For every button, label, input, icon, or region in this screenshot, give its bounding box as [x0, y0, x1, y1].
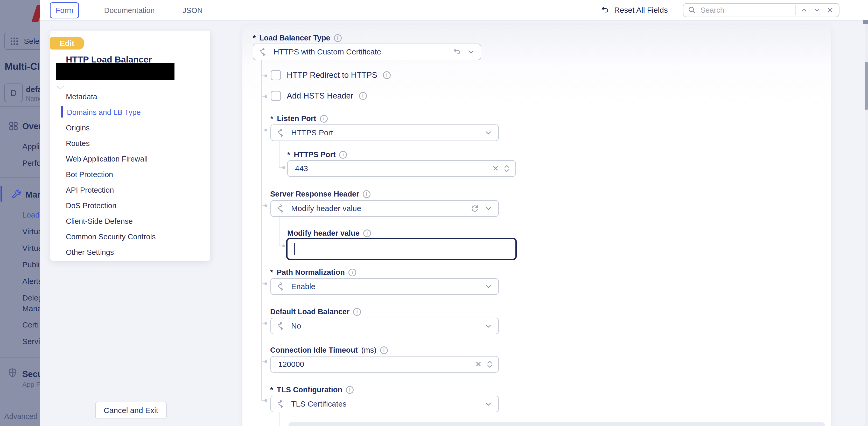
tree-connector-dot [282, 166, 285, 169]
search-input[interactable] [700, 6, 792, 15]
sidebar-item-delegated-line1[interactable]: Deleg [22, 294, 40, 302]
info-icon[interactable]: i [363, 190, 370, 198]
search-icon [687, 6, 696, 14]
connection-idle-timeout-input[interactable]: 120000 ✕ [270, 356, 499, 373]
listen-port-select[interactable]: HTTPS Port [270, 124, 499, 141]
sidebar-item-security-sub: App Fi [22, 381, 40, 389]
cancel-and-exit-button[interactable]: Cancel and Exit [95, 402, 167, 419]
number-stepper[interactable] [486, 360, 493, 368]
form-nav-api-protection[interactable]: API Protection [66, 186, 114, 194]
form-nav-bot-protection[interactable]: Bot Protection [66, 170, 113, 179]
path-normalization-label: * Path Normalization i [270, 268, 356, 277]
sidebar-item-security[interactable]: Secu [22, 369, 40, 379]
workspace-title: Multi-Cl [5, 61, 40, 72]
sidebar-item-performance[interactable]: Perfo [22, 159, 40, 168]
sidebar-item-manage[interactable]: Man [25, 190, 40, 200]
lb-type-select[interactable]: HTTPS with Custom Certificate [253, 43, 481, 60]
tab-form[interactable]: Form [50, 2, 79, 19]
divider [0, 395, 40, 395]
tree-connector-line [279, 216, 279, 246]
info-icon[interactable]: i [334, 34, 342, 42]
sidebar-item-service[interactable]: Servi [22, 337, 40, 346]
sidebar-item-delegated-line2[interactable]: Mana [22, 304, 40, 313]
chevron-up-icon[interactable] [800, 5, 809, 15]
scrollbar-thumb[interactable] [865, 62, 868, 110]
search-box [683, 3, 839, 17]
divider [0, 106, 40, 107]
tree-connector-line [261, 60, 262, 401]
info-icon[interactable]: i [346, 386, 353, 394]
info-icon[interactable]: i [353, 308, 361, 316]
sidebar-item-virtual-1[interactable]: Virtua [22, 227, 40, 236]
path-normalization-select[interactable]: Enable [270, 278, 499, 295]
info-icon[interactable]: i [320, 115, 328, 123]
sidebar-item-overview[interactable]: Over [22, 121, 40, 131]
default-lb-select[interactable]: No [270, 317, 499, 334]
tree-connector-dot [265, 95, 267, 98]
modify-header-value-input[interactable] [286, 238, 517, 260]
tab-documentation[interactable]: Documentation [79, 2, 180, 19]
sidebar-item-certificates[interactable]: Certi [22, 321, 39, 329]
chevron-down-icon [484, 322, 493, 330]
info-icon[interactable]: i [348, 269, 356, 276]
tree-connector-dot [265, 129, 267, 131]
divider [50, 86, 210, 86]
edit-mode-badge: Edit [50, 37, 84, 50]
info-icon[interactable]: i [359, 92, 367, 100]
active-section-bar [1, 186, 2, 202]
tls-configuration-select[interactable]: TLS Certificates [270, 396, 499, 412]
form-nav-waf[interactable]: Web Application Firewall [66, 155, 148, 163]
reset-label: Reset All Fields [614, 6, 668, 14]
https-port-input[interactable]: 443 ✕ [287, 160, 516, 177]
reset-all-fields-button[interactable]: Reset All Fields [601, 4, 668, 17]
refresh-icon[interactable] [470, 204, 479, 213]
required-star: * [270, 268, 273, 277]
advanced-nav-toggle[interactable]: Advanced na [4, 412, 40, 421]
tree-connector-line [279, 412, 279, 426]
server-response-header-select[interactable]: Modify header value [270, 200, 499, 217]
listen-port-value: HTTPS Port [291, 128, 479, 137]
info-icon[interactable]: i [380, 346, 388, 354]
form-nav-other-settings[interactable]: Other Settings [66, 248, 114, 257]
namespace-select-button[interactable]: Select [4, 33, 40, 50]
default-lb-label: Default Load Balancer i [270, 307, 361, 316]
form-nav-domains-lb-type[interactable]: Domains and LB Type [67, 108, 141, 117]
sidebar-item-applications[interactable]: Appli [22, 142, 40, 151]
branch-icon [277, 399, 286, 408]
chevron-down-icon [484, 282, 493, 291]
sidebar-item-virtual-2[interactable]: Virtua [22, 244, 40, 252]
form-nav-metadata[interactable]: Metadata [66, 93, 97, 101]
hsts-header-checkbox[interactable] [271, 91, 281, 101]
sidebar-item-load-balancers[interactable]: Load [22, 211, 40, 219]
sidebar-item-public[interactable]: Publi [22, 260, 40, 269]
http-redirect-checkbox[interactable] [271, 70, 281, 80]
chevron-down-icon[interactable] [812, 5, 822, 15]
number-stepper[interactable] [503, 164, 510, 173]
brand-logo-fragment [31, 5, 40, 22]
close-icon[interactable] [826, 5, 835, 15]
tab-json[interactable]: JSON [180, 2, 205, 19]
form-nav-client-side-defense[interactable]: Client-Side Defense [66, 217, 133, 225]
form-nav-origins[interactable]: Origins [66, 124, 90, 132]
lb-type-value: HTTPS with Custom Certificate [274, 48, 447, 56]
scrollbar-track[interactable] [865, 20, 868, 426]
form-nav-dos-protection[interactable]: DoS Protection [66, 202, 116, 210]
nav-active-indicator [61, 106, 63, 118]
path-normalization-value: Enable [291, 282, 479, 291]
tree-connector-dot [265, 322, 267, 325]
namespace-avatar[interactable]: D [4, 84, 23, 102]
clear-icon[interactable]: ✕ [492, 165, 499, 173]
info-icon[interactable]: i [383, 71, 391, 79]
shield-icon [7, 368, 18, 378]
undo-icon[interactable] [453, 48, 462, 56]
branch-icon [277, 128, 286, 138]
form-nav-common-security-controls[interactable]: Common Security Controls [66, 233, 156, 241]
dimmed-app-sidebar: Select Multi-Cl D defau Name Over Appli … [0, 0, 40, 426]
sidebar-item-alerts[interactable]: Alerts [22, 277, 40, 286]
collapse-notch-icon[interactable] [57, 86, 64, 90]
info-icon[interactable]: i [363, 230, 371, 237]
info-icon[interactable]: i [339, 151, 347, 159]
required-star: * [287, 150, 290, 159]
clear-icon[interactable]: ✕ [475, 360, 482, 368]
form-nav-routes[interactable]: Routes [66, 139, 90, 148]
